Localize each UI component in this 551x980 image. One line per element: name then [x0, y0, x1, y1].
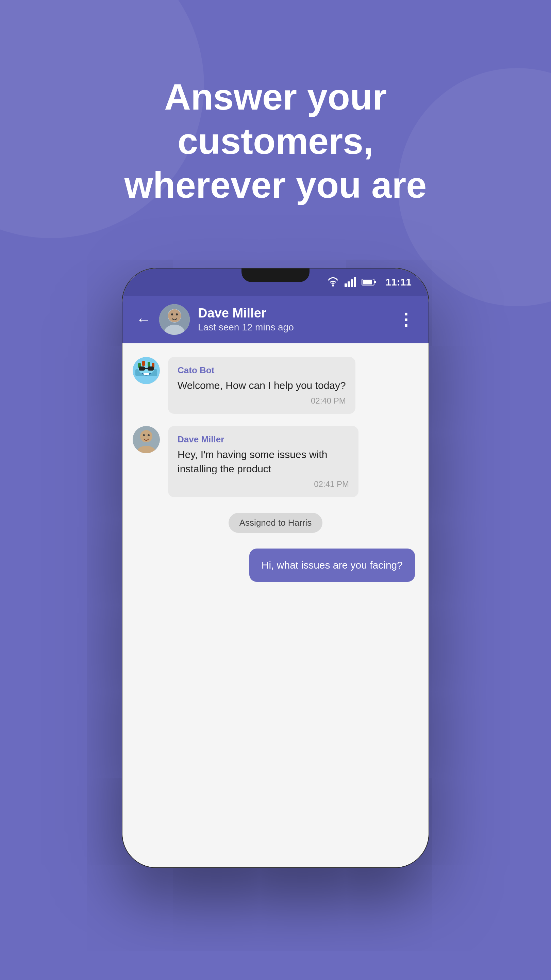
- svg-point-12: [171, 313, 173, 315]
- msg-sender-bot: Cato Bot: [178, 365, 346, 375]
- system-message-container: Assigned to Harris: [133, 513, 418, 533]
- dave-avatar: [133, 426, 160, 453]
- headline-line1: Answer your: [164, 76, 387, 118]
- msg-sender-dave: Dave Miller: [178, 434, 349, 445]
- header-menu-button[interactable]: ⋮: [397, 310, 415, 329]
- phone-mockup: 11:11 ←: [122, 269, 429, 867]
- header-last-seen: Last seen 12 mins ago: [198, 322, 389, 333]
- phone-screen: 11:11 ←: [122, 269, 429, 867]
- svg-rect-4: [354, 277, 356, 287]
- svg-rect-7: [374, 281, 376, 283]
- message-bubble-dave: Dave Miller Hey, I'm having some issues …: [168, 426, 359, 497]
- headline-line3: wherever you are: [124, 164, 427, 205]
- svg-point-28: [143, 434, 145, 436]
- status-icons: 11:11: [327, 276, 411, 288]
- chat-header: ← Dave Miller La: [122, 296, 429, 343]
- assigned-badge: Assigned to Harris: [229, 513, 322, 533]
- bot-avatar: [133, 357, 160, 384]
- chat-body: Cato Bot Welcome, How can I help you tod…: [122, 343, 429, 867]
- back-button[interactable]: ←: [136, 311, 151, 328]
- bot-avatar-image: [133, 357, 160, 384]
- signal-icon: [345, 277, 356, 287]
- svg-rect-2: [348, 282, 350, 287]
- svg-point-13: [176, 313, 178, 315]
- dave-avatar-image: [133, 426, 160, 453]
- status-time: 11:11: [385, 276, 411, 288]
- msg-text-bot: Welcome, How can I help you today?: [178, 379, 346, 393]
- battery-icon: [362, 278, 376, 286]
- headline-line2: customers,: [178, 121, 373, 162]
- phone-notch: [241, 269, 310, 282]
- svg-rect-24: [143, 373, 149, 375]
- svg-point-29: [148, 434, 150, 436]
- header-avatar: [159, 304, 190, 335]
- msg-time-dave: 02:41 PM: [178, 479, 349, 489]
- message-row-dave: Dave Miller Hey, I'm having some issues …: [133, 426, 418, 497]
- msg-text-dave: Hey, I'm having some issues with install…: [178, 447, 349, 476]
- svg-rect-21: [139, 366, 145, 371]
- agent-bubble: Hi, what issues are you facing?: [249, 549, 415, 582]
- agent-reply-container: Hi, what issues are you facing?: [136, 549, 415, 582]
- message-row-bot: Cato Bot Welcome, How can I help you tod…: [133, 357, 418, 414]
- svg-rect-3: [351, 279, 353, 287]
- header-info: Dave Miller Last seen 12 mins ago: [198, 306, 389, 333]
- wifi-icon: [327, 277, 339, 287]
- message-bubble-bot: Cato Bot Welcome, How can I help you tod…: [168, 357, 356, 414]
- msg-time-bot: 02:40 PM: [178, 396, 346, 406]
- svg-rect-19: [148, 362, 150, 366]
- svg-rect-22: [148, 366, 154, 371]
- header-name: Dave Miller: [198, 306, 389, 321]
- phone-body: 11:11 ←: [122, 269, 429, 867]
- svg-point-11: [168, 309, 181, 322]
- headline: Answer your customers, wherever you are: [97, 75, 454, 207]
- svg-rect-18: [142, 361, 145, 366]
- avatar-image: [159, 304, 190, 335]
- svg-point-0: [332, 285, 334, 286]
- svg-rect-1: [345, 283, 347, 287]
- svg-rect-6: [362, 280, 372, 285]
